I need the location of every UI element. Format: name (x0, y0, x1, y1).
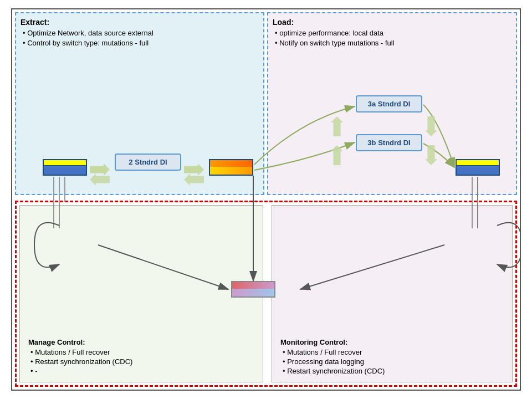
proc-box-3a: 3a Stndrd DI (356, 95, 422, 112)
chevron-down-1 (425, 116, 437, 136)
chevron-down-3a (425, 116, 437, 138)
load-bullet-1: optimize performance: local data (275, 29, 511, 37)
chevron-up-3b (331, 145, 343, 167)
main-diagram: Extract: Optimize Network, data source e… (11, 8, 521, 391)
manage-control-bullets: Mutations / Full recover Restart synchro… (28, 348, 132, 375)
db-bottom-center (231, 281, 275, 298)
bottom-right-panel: 4 User closing check Monitoring Control:… (272, 205, 513, 382)
manage-control-title: Manage Control: (28, 338, 132, 346)
db-rect-center (209, 159, 253, 176)
manage-control-text: Manage Control: Mutations / Full recover… (28, 338, 132, 376)
monitoring-bullet-2: Processing data logging (283, 357, 385, 366)
db-right-top (456, 159, 500, 176)
extract-bullet-1: Optimize Network, data source external (23, 29, 259, 37)
extract-bullets: Optimize Network, data source external C… (21, 29, 259, 47)
proc-box-2: 2 Stndrd DI (115, 154, 181, 171)
chevron-down-3b (425, 145, 437, 167)
bottom-left-panel: 1 User initial & check Manage Control: M… (19, 205, 263, 382)
extract-bullet-2: Control by switch type: mutations - full (23, 39, 259, 47)
chevron-up-3a (331, 116, 343, 138)
manage-bullet-1: Mutations / Full recover (30, 348, 132, 356)
chevron-up-1 (331, 116, 343, 136)
extract-title: Extract: (21, 18, 259, 27)
proc-box-3b: 3b Stndrd DI (356, 134, 422, 151)
db-center-top (209, 159, 253, 176)
chevron-back-left (90, 173, 110, 187)
load-bullet-2: Notify on switch type mutations - full (275, 39, 511, 47)
load-bullets: optimize performance: local data Notify … (273, 29, 511, 47)
chevron-back-center (184, 173, 204, 187)
db-source-left (43, 159, 87, 176)
monitoring-control-bullets: Mutations / Full recover Processing data… (280, 348, 385, 375)
db-rect-bottom (231, 281, 275, 298)
load-title: Load: (273, 18, 511, 27)
monitoring-control-text: Monitoring Control: Mutations / Full rec… (280, 338, 385, 376)
db-rect-right (456, 159, 500, 176)
monitoring-bullet-1: Mutations / Full recover (283, 348, 385, 356)
chevron-left-1 (90, 173, 110, 186)
manage-bullet-3: - (30, 367, 132, 375)
chevron-left-2 (184, 173, 204, 186)
manage-bullet-2: Restart synchronization (CDC) (30, 357, 132, 366)
db-rect-left (43, 159, 87, 176)
chevron-down-2 (425, 145, 437, 165)
monitoring-bullet-3: Restart synchronization (CDC) (283, 367, 385, 375)
chevron-up-2 (331, 145, 343, 165)
monitoring-control-title: Monitoring Control: (280, 338, 385, 346)
